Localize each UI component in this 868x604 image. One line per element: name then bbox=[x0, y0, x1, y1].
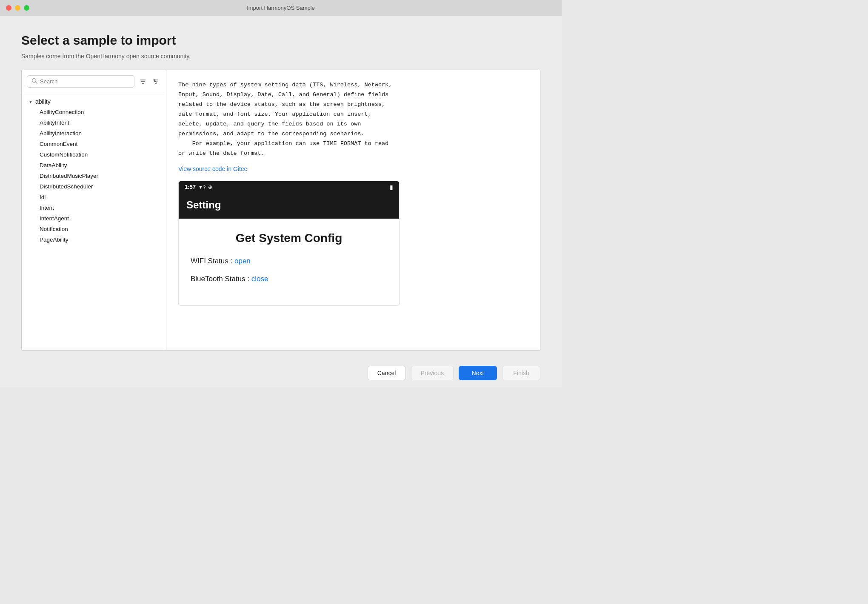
tree-item[interactable]: DistributedMusicPlayer bbox=[22, 171, 166, 181]
tree-item[interactable]: AbilityIntent bbox=[22, 117, 166, 128]
split-panel: ▼ ability AbilityConnectionAbilityIntent… bbox=[21, 70, 540, 350]
search-icon bbox=[31, 78, 37, 85]
tree-items-container: AbilityConnectionAbilityIntentAbilityInt… bbox=[22, 107, 166, 245]
finish-button: Finish bbox=[502, 366, 540, 380]
right-panel: The nine types of system setting data (T… bbox=[166, 70, 540, 350]
phone-statusbar: 1:57 ▼? ⊕ ▮ bbox=[179, 181, 399, 193]
title-bar: Import HarmonyOS Sample bbox=[0, 0, 562, 16]
tree-item[interactable]: PageAbility bbox=[22, 234, 166, 245]
maximize-button[interactable] bbox=[24, 5, 29, 11]
status-time: 1:57 bbox=[185, 184, 196, 190]
main-content: Select a sample to import Samples come f… bbox=[0, 16, 562, 359]
tree-item[interactable]: IntentAgent bbox=[22, 213, 166, 224]
bottom-bar: Cancel Previous Next Finish bbox=[0, 359, 562, 387]
previous-button: Previous bbox=[411, 366, 454, 380]
phone-main-title: Get System Config bbox=[191, 231, 387, 245]
tree-item[interactable]: DistributedScheduler bbox=[22, 181, 166, 192]
status-left: 1:57 ▼? ⊕ bbox=[185, 184, 212, 190]
tree-item[interactable]: DataAbility bbox=[22, 160, 166, 171]
window-title: Import HarmonyOS Sample bbox=[247, 5, 315, 11]
window-controls bbox=[6, 5, 29, 11]
close-button[interactable] bbox=[6, 5, 11, 11]
bluetooth-status-row: BlueTooth Status : close bbox=[191, 275, 387, 283]
tree-item[interactable]: CustomNotification bbox=[22, 149, 166, 160]
tree-arrow-icon: ▼ bbox=[29, 100, 33, 104]
phone-header-title: Setting bbox=[186, 199, 221, 211]
minimize-button[interactable] bbox=[15, 5, 20, 11]
description-text: The nine types of system setting data (T… bbox=[178, 80, 528, 159]
tree-item[interactable]: Notification bbox=[22, 224, 166, 234]
battery-icon: ▮ bbox=[390, 184, 393, 191]
filter-sort-button[interactable] bbox=[138, 77, 148, 86]
tree-item[interactable]: Intent bbox=[22, 202, 166, 213]
bluetooth-status-label: BlueTooth Status : bbox=[191, 275, 249, 283]
bluetooth-status-value: close bbox=[251, 275, 268, 283]
next-button[interactable]: Next bbox=[459, 366, 497, 380]
search-wrapper[interactable] bbox=[27, 75, 134, 88]
page-title: Select a sample to import bbox=[21, 33, 540, 48]
tree-item[interactable]: AbilityInteraction bbox=[22, 128, 166, 139]
phone-mockup: 1:57 ▼? ⊕ ▮ Setting Get System Config WI… bbox=[178, 181, 400, 306]
filter-options-button[interactable] bbox=[151, 77, 161, 86]
tree-item[interactable]: Idl bbox=[22, 192, 166, 202]
tree-category-label: ability bbox=[35, 98, 51, 105]
tree-category[interactable]: ▼ ability bbox=[22, 97, 166, 107]
tree-item[interactable]: AbilityConnection bbox=[22, 107, 166, 117]
wifi-signal-icon: ▼? bbox=[198, 185, 206, 190]
phone-header: Setting bbox=[179, 193, 399, 219]
search-input[interactable] bbox=[40, 78, 130, 85]
wifi-status-row: WIFI Status : open bbox=[191, 257, 387, 265]
wifi-status-value: open bbox=[234, 257, 251, 265]
search-bar bbox=[22, 70, 166, 93]
view-source-link[interactable]: View source code in Gitee bbox=[178, 165, 528, 172]
svg-line-1 bbox=[36, 82, 37, 84]
tree-item[interactable]: CommonEvent bbox=[22, 139, 166, 149]
tree-list[interactable]: ▼ ability AbilityConnectionAbilityIntent… bbox=[22, 93, 166, 350]
nfc-icon: ⊕ bbox=[208, 184, 212, 190]
filter-icons bbox=[138, 77, 161, 86]
cancel-button[interactable]: Cancel bbox=[368, 366, 406, 380]
svg-point-9 bbox=[156, 81, 157, 82]
wifi-status-label: WIFI Status : bbox=[191, 257, 232, 265]
left-panel: ▼ ability AbilityConnectionAbilityIntent… bbox=[22, 70, 166, 350]
svg-point-8 bbox=[154, 79, 155, 80]
page-subtitle: Samples come from the OpenHarmony open s… bbox=[21, 53, 540, 60]
phone-body: Get System Config WIFI Status : open Blu… bbox=[179, 219, 399, 305]
